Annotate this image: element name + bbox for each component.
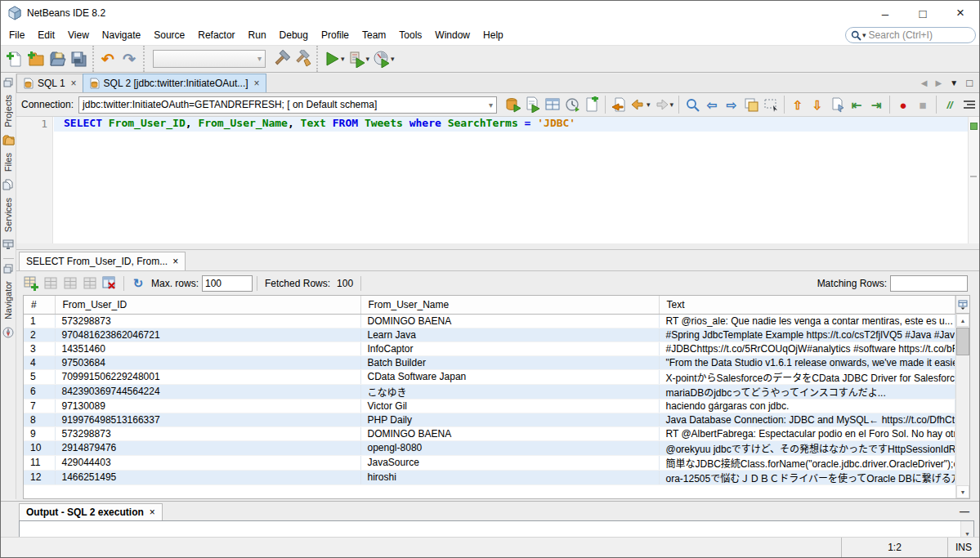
scrollbar-thumb[interactable] (956, 328, 969, 355)
commit-records-button[interactable] (60, 274, 80, 293)
table-cell[interactable]: JavaSource (360, 455, 659, 470)
table-cell[interactable]: @orekyuu jdbcですけど、その発想はなかったですHttpSession… (659, 440, 955, 455)
menu-help[interactable]: Help (477, 26, 510, 44)
menu-tools[interactable]: Tools (392, 26, 428, 44)
connection-combobox[interactable]: jdbc:twitter:InitiateOAuth=GETANDREFRESH… (78, 96, 497, 114)
back-dropdown-icon[interactable]: ▾ (647, 100, 651, 109)
previous-bookmark-button[interactable]: ⇧ (788, 95, 808, 114)
table-row[interactable]: 102914879476opengl-8080@orekyuu jdbcですけど… (24, 440, 955, 455)
table-cell[interactable]: 5 (24, 369, 55, 384)
table-cell[interactable]: 12 (24, 470, 55, 484)
find-selection-button[interactable] (682, 95, 702, 114)
toggle-highlight-search-button[interactable] (741, 95, 761, 114)
table-cell[interactable]: mariaDBのjdbcってどうやってインスコすんだよ... (659, 384, 955, 399)
next-bookmark-button[interactable]: ⇩ (808, 95, 827, 114)
services-icon[interactable] (2, 239, 14, 250)
output-tab[interactable]: Output - SQL 2 execution × (19, 503, 163, 520)
table-row[interactable]: 1573298873DOMINGO BAENART @rios_ale: Que… (24, 314, 955, 328)
profile-project-button[interactable] (371, 48, 392, 69)
sidebar-item-files[interactable]: Files (3, 153, 13, 172)
comment-lines-button[interactable]: // (940, 95, 960, 114)
truncate-table-button[interactable] (100, 274, 119, 293)
back-button[interactable] (629, 95, 648, 114)
table-cell[interactable]: CData Software Japan (360, 369, 659, 384)
quick-search-box[interactable]: ▾ (845, 27, 976, 43)
shift-line-left-button[interactable]: ⇤ (847, 95, 866, 114)
close-window-button[interactable]: × (942, 1, 979, 25)
menu-view[interactable]: View (61, 26, 96, 44)
sidebar-item-services[interactable]: Services (3, 198, 13, 232)
table-cell[interactable]: 14351460 (55, 341, 360, 355)
column-header[interactable]: Text (659, 296, 955, 314)
stop-macro-recording-button[interactable]: ■ (913, 95, 933, 114)
find-next-button[interactable]: ⇨ (722, 95, 741, 114)
table-cell[interactable]: opengl-8080 (360, 440, 659, 455)
close-output-tab-icon[interactable]: × (150, 507, 155, 518)
sql-history-button[interactable] (543, 95, 562, 114)
error-stripe[interactable] (968, 117, 979, 243)
scroll-tabs-left-icon[interactable]: ◀ (921, 78, 928, 87)
show-opened-documents-icon[interactable]: ▼ (950, 78, 958, 87)
code-line[interactable]: SELECT From_User_ID, From_User_Name, Tex… (54, 117, 968, 132)
table-row[interactable]: 497503684Batch Builder"From the Data Stu… (24, 355, 955, 369)
table-cell[interactable]: Victor Gil (360, 399, 659, 413)
table-cell[interactable]: 2914879476 (55, 440, 360, 455)
table-cell[interactable]: 8 (24, 413, 55, 426)
table-cell[interactable]: 429044403 (55, 455, 360, 470)
close-results-tab-icon[interactable]: × (172, 256, 178, 267)
undo-button[interactable]: ↶ (97, 48, 119, 69)
table-cell[interactable]: こなゆき (360, 384, 659, 399)
table-cell[interactable]: 3 (24, 341, 55, 355)
table-cell[interactable]: Batch Builder (360, 355, 659, 369)
menu-file[interactable]: File (2, 26, 31, 44)
open-project-button[interactable] (47, 48, 68, 69)
table-cell[interactable]: 709991506229248001 (55, 369, 360, 384)
table-cell[interactable]: 97130089 (55, 399, 360, 413)
refresh-connection-button[interactable] (562, 95, 582, 114)
table-cell[interactable]: 2 (24, 328, 55, 341)
table-cell[interactable]: 11 (24, 455, 55, 470)
table-cell[interactable]: X-pointからSalesforceのデータをCData JDBC Drive… (659, 369, 955, 384)
last-edit-location-button[interactable] (609, 95, 629, 114)
toggle-bookmark-button[interactable] (827, 95, 847, 114)
column-settings-button[interactable] (955, 296, 969, 314)
maximize-editor-icon[interactable]: □ (966, 77, 973, 89)
table-cell[interactable]: Java Database Connection: JDBC and MySQL… (659, 413, 955, 426)
save-all-button[interactable] (68, 48, 89, 69)
refresh-records-button[interactable]: ↻ (128, 274, 148, 293)
menu-run[interactable]: Run (242, 26, 273, 44)
horizontal-splitter[interactable] (16, 243, 979, 249)
table-row[interactable]: 5709991506229248001CData Software JapanX… (24, 369, 955, 384)
scroll-tabs-right-icon[interactable]: ▶ (936, 78, 942, 87)
table-row[interactable]: 121466251495hiroshiora-12505で悩むＪＤＢＣドライバー… (24, 470, 955, 484)
tab-sql-2[interactable]: SQL 2 [jdbc:twitter:InitiateOAut...] × (83, 74, 266, 92)
column-header[interactable]: From_User_Name (360, 296, 659, 314)
projects-icon[interactable] (2, 135, 15, 145)
table-cell[interactable]: RT @rios_ale: Que nadie les venga a cont… (659, 314, 955, 328)
table-row[interactable]: 2970481623862046721Learn Java#Spring Jdb… (24, 328, 955, 341)
table-row[interactable]: 8919976498513166337PHP DailyJava Databas… (24, 413, 955, 426)
forward-button[interactable] (651, 95, 671, 114)
clean-and-build-button[interactable] (292, 48, 313, 69)
matching-rows-input[interactable] (890, 275, 968, 292)
table-cell[interactable]: 6 (24, 384, 55, 399)
table-cell[interactable]: DOMINGO BAENA (360, 314, 659, 328)
table-cell[interactable]: 573298873 (55, 426, 360, 440)
toggle-rectangular-selection-button[interactable] (761, 95, 781, 114)
table-cell[interactable]: 842390369744564224 (55, 384, 360, 399)
files-icon[interactable] (2, 179, 14, 190)
table-cell[interactable]: 1466251495 (55, 470, 360, 484)
minimize-output-button[interactable]: — (960, 506, 979, 520)
tab-sql-1[interactable]: SQL 1 × (16, 74, 83, 92)
table-cell[interactable]: 7 (24, 399, 55, 413)
table-cell[interactable]: 97503684 (55, 355, 360, 369)
table-row[interactable]: 11429044403JavaSource簡単なJDBC接続Class.forN… (24, 455, 955, 470)
table-row[interactable]: 314351460InfoCaptor#JDBChttps://t.co/5Rr… (24, 341, 955, 355)
table-cell[interactable]: Learn Java (360, 328, 659, 341)
profile-dropdown-icon[interactable]: ▾ (391, 55, 395, 63)
menu-window[interactable]: Window (428, 26, 477, 44)
sidebar-item-projects[interactable]: Projects (3, 95, 13, 127)
table-cell[interactable]: ora-12505で悩むＪＤＢＣドライバーを使ってOracle DBに繋げる方法… (659, 470, 955, 484)
table-cell[interactable]: InfoCaptor (360, 341, 659, 355)
table-cell[interactable]: 4 (24, 355, 55, 369)
